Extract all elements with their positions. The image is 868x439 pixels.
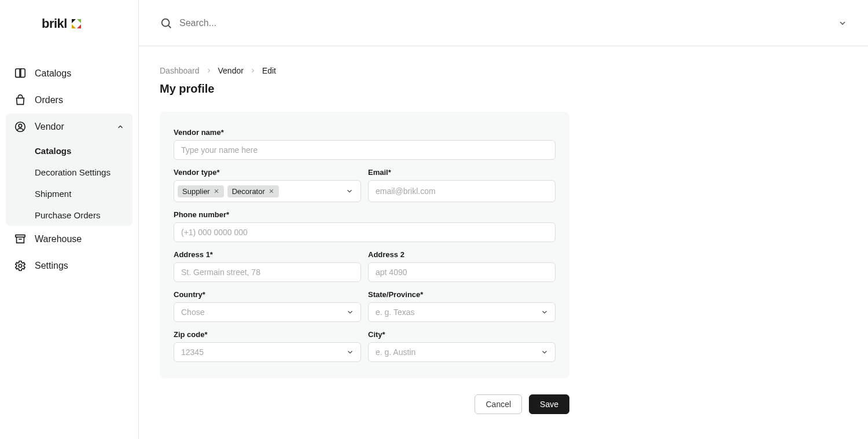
archive-icon: [14, 233, 27, 246]
chevron-right-icon: [205, 67, 212, 74]
sidebar-item-label: Settings: [35, 261, 68, 271]
gear-icon: [14, 259, 27, 272]
page-title: My profile: [160, 82, 847, 96]
sidebar-item-label: Orders: [35, 95, 63, 105]
vendor-type-select[interactable]: Supplier Decorator: [174, 180, 361, 202]
address1-input[interactable]: [174, 262, 361, 282]
search-wrap: [160, 17, 838, 30]
field-phone: Phone number*: [174, 210, 556, 242]
tag-label: Decorator: [232, 187, 265, 196]
breadcrumb-dashboard[interactable]: Dashboard: [160, 66, 200, 75]
svg-rect-6: [16, 235, 25, 237]
vendor-name-input[interactable]: [174, 140, 556, 160]
tag-decorator: Decorator: [227, 185, 279, 197]
sidebar-item-label: Warehouse: [35, 234, 82, 244]
label-vendor-name: Vendor name*: [174, 128, 556, 137]
label-address2: Address 2: [368, 250, 556, 259]
search-icon: [160, 17, 172, 30]
label-city: City*: [368, 330, 556, 339]
chevron-up-icon: [116, 123, 124, 131]
sidebar-item-label: Catalogs: [35, 68, 71, 79]
breadcrumb-edit: Edit: [262, 66, 276, 75]
label-email: Email*: [368, 168, 556, 177]
state-select[interactable]: e. g. Texas: [368, 302, 556, 322]
field-zip: Zip code* 12345: [174, 330, 361, 362]
nav-list: Catalogs Orders Vendor: [0, 60, 138, 279]
sub-nav-shipment[interactable]: Shipment: [6, 183, 133, 204]
field-state: State/Province* e. g. Texas: [368, 290, 556, 322]
search-input[interactable]: [179, 18, 838, 28]
chevron-down-icon[interactable]: [838, 19, 847, 28]
save-button[interactable]: Save: [529, 394, 569, 414]
breadcrumb: Dashboard Vendor Edit: [160, 66, 847, 75]
sub-nav-label: Decoration Settings: [35, 167, 111, 177]
sidebar-item-vendor[interactable]: Vendor: [6, 114, 133, 140]
svg-marker-1: [77, 19, 81, 23]
sidebar-item-settings[interactable]: Settings: [6, 253, 133, 279]
label-address1: Address 1*: [174, 250, 361, 259]
field-address1: Address 1*: [174, 250, 361, 282]
content: Dashboard Vendor Edit My profile Vendor …: [139, 46, 868, 434]
svg-marker-0: [72, 19, 76, 23]
topbar: [139, 0, 868, 46]
label-phone: Phone number*: [174, 210, 556, 219]
label-country: Country*: [174, 290, 361, 299]
svg-marker-3: [77, 24, 81, 28]
breadcrumb-vendor[interactable]: Vendor: [218, 66, 244, 75]
address2-input[interactable]: [368, 262, 556, 282]
label-zip: Zip code*: [174, 330, 361, 339]
sub-nav-label: Purchase Orders: [35, 210, 100, 220]
form-actions: Cancel Save: [160, 394, 569, 414]
sub-nav-decoration-settings[interactable]: Decoration Settings: [6, 162, 133, 183]
svg-point-5: [19, 124, 22, 127]
tag-supplier: Supplier: [178, 185, 224, 197]
main: Dashboard Vendor Edit My profile Vendor …: [139, 0, 868, 439]
sidebar-item-label: Vendor: [35, 122, 64, 132]
svg-point-9: [162, 19, 170, 26]
user-circle-icon: [14, 120, 27, 133]
svg-point-8: [19, 264, 22, 268]
logo-mark-icon: [71, 18, 82, 30]
svg-line-10: [168, 25, 171, 28]
vendor-sub-nav: Catalogs Decoration Settings Shipment Pu…: [6, 140, 133, 226]
sub-nav-purchase-orders[interactable]: Purchase Orders: [6, 204, 133, 226]
field-vendor-type: Vendor type* Supplier Decorator: [174, 168, 361, 202]
sub-nav-label: Shipment: [35, 189, 71, 199]
book-icon: [14, 67, 27, 80]
sub-nav-catalogs[interactable]: Catalogs: [6, 140, 133, 162]
email-input[interactable]: [368, 180, 556, 202]
label-vendor-type: Vendor type*: [174, 168, 361, 177]
chevron-right-icon: [249, 67, 256, 74]
label-state: State/Province*: [368, 290, 556, 299]
cancel-button[interactable]: Cancel: [475, 394, 522, 414]
select-placeholder: Chose: [181, 308, 204, 317]
close-icon[interactable]: [214, 188, 219, 194]
svg-marker-2: [72, 24, 76, 28]
field-address2: Address 2: [368, 250, 556, 282]
country-select[interactable]: Chose: [174, 302, 361, 322]
phone-input[interactable]: [174, 222, 556, 242]
sidebar: brikl Catalogs: [0, 0, 139, 439]
sub-nav-label: Catalogs: [35, 146, 71, 156]
select-placeholder: e. g. Austin: [376, 347, 415, 357]
city-select[interactable]: e. g. Austin: [368, 342, 556, 362]
field-city: City* e. g. Austin: [368, 330, 556, 362]
bag-icon: [14, 94, 27, 107]
tag-label: Supplier: [182, 187, 210, 196]
select-placeholder: e. g. Texas: [376, 308, 414, 317]
select-placeholder: 12345: [181, 347, 204, 357]
chevron-down-icon: [345, 187, 354, 195]
logo-text: brikl: [42, 16, 67, 31]
field-email: Email*: [368, 168, 556, 202]
logo: brikl: [0, 16, 138, 31]
sidebar-item-warehouse[interactable]: Warehouse: [6, 226, 133, 253]
field-vendor-name: Vendor name*: [174, 128, 556, 160]
close-icon[interactable]: [269, 188, 274, 194]
sidebar-item-orders[interactable]: Orders: [6, 87, 133, 114]
zip-select[interactable]: 12345: [174, 342, 361, 362]
sidebar-item-catalogs[interactable]: Catalogs: [6, 60, 133, 87]
field-country: Country* Chose: [174, 290, 361, 322]
form-card: Vendor name* Vendor type* Supplier: [160, 112, 569, 378]
